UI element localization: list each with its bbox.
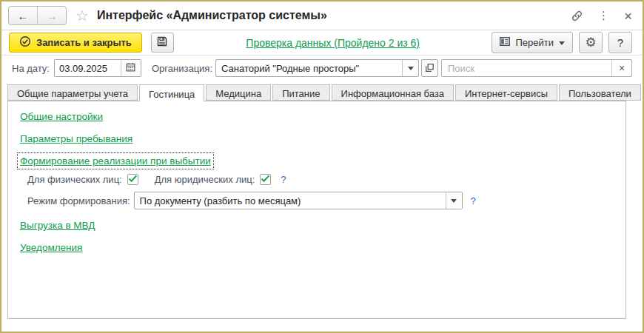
- checkbox-help-link[interactable]: ?: [281, 174, 286, 185]
- organization-combo[interactable]: Санаторий "Родные просторы": [215, 59, 419, 77]
- page-title: Интерфейс «Администратор системы»: [97, 9, 327, 22]
- more-menu-icon[interactable]: ⋮: [598, 9, 609, 22]
- link-realization-on-departure[interactable]: Формирование реализации при выбытии: [20, 155, 211, 166]
- link-mvd-export[interactable]: Выгрузка в МВД: [20, 220, 95, 231]
- link-stay-parameters[interactable]: Параметры пребывания: [20, 133, 133, 144]
- date-label: На дату:: [12, 63, 50, 74]
- command-bar: Записать и закрыть Проверка данных (Прой…: [1, 30, 643, 56]
- floppy-disk-icon: [156, 36, 168, 50]
- help-button[interactable]: ?: [608, 32, 632, 53]
- checkbox-legal-entities[interactable]: [260, 174, 271, 185]
- save-and-close-label: Записать и закрыть: [36, 37, 132, 48]
- help-button-label: ?: [617, 36, 623, 49]
- goto-button[interactable]: Перейти: [492, 32, 573, 53]
- back-button[interactable]: ←: [9, 7, 37, 24]
- tab-users[interactable]: Пользователи: [559, 84, 641, 101]
- tab-infobase[interactable]: Информационная база: [332, 84, 454, 101]
- calendar-icon: [126, 62, 135, 74]
- command-bar-right: Перейти ⚙ ?: [492, 32, 632, 53]
- search-field: ×: [441, 59, 632, 77]
- tab-page-hotel: Общие настройки Параметры пребывания Фор…: [7, 101, 626, 319]
- organization-value: Санаторий "Родные просторы": [216, 60, 402, 76]
- organization-dropdown-button[interactable]: [402, 60, 418, 76]
- search-input[interactable]: [442, 60, 611, 76]
- check-circle-icon: [19, 36, 31, 50]
- legal-entities-label: Для юридических лиц:: [155, 174, 255, 185]
- search-clear-button[interactable]: ×: [611, 60, 631, 76]
- chevron-down-icon: [408, 67, 414, 73]
- titlebar-actions: ⋮ ×: [571, 9, 632, 23]
- tab-medicine[interactable]: Медицина: [206, 84, 271, 101]
- organization-label: Организация:: [152, 63, 212, 74]
- save-and-close-button[interactable]: Записать и закрыть: [9, 33, 142, 53]
- tab-strip: Общие параметры учета Гостиница Медицина…: [1, 84, 643, 101]
- close-icon[interactable]: ×: [624, 9, 632, 23]
- checkbox-individuals[interactable]: [127, 174, 138, 185]
- mode-dropdown-button[interactable]: [446, 192, 462, 209]
- form-panel-icon: [500, 37, 510, 48]
- goto-label: Перейти: [515, 37, 554, 48]
- date-field: [54, 59, 141, 77]
- get-link-icon[interactable]: [571, 10, 583, 22]
- tab-food[interactable]: Питание: [272, 84, 329, 101]
- tab-general-accounting[interactable]: Общие параметры учета: [7, 84, 138, 101]
- mode-select[interactable]: По документу (разбить по месяцам): [134, 192, 463, 209]
- link-notifications[interactable]: Уведомления: [20, 242, 82, 253]
- filter-bar: На дату: Организация: Санаторий "Родные …: [1, 56, 643, 81]
- forward-button[interactable]: →: [37, 7, 66, 24]
- mode-value: По документу (разбить по месяцам): [135, 192, 446, 209]
- calendar-button[interactable]: [121, 60, 141, 76]
- nav-button-group: ← →: [8, 6, 67, 25]
- save-button[interactable]: [151, 33, 174, 53]
- mode-help-link[interactable]: ?: [471, 195, 476, 206]
- settings-button[interactable]: ⚙: [579, 32, 603, 53]
- link-general-settings[interactable]: Общие настройки: [20, 111, 103, 122]
- tab-hotel[interactable]: Гостиница: [139, 84, 204, 101]
- checkmark-icon: [128, 174, 138, 185]
- gear-icon: ⚙: [585, 36, 596, 49]
- title-bar: ← → ☆ Интерфейс «Администратор системы» …: [1, 1, 643, 30]
- app-window: ← → ☆ Интерфейс «Администратор системы» …: [0, 0, 644, 333]
- individuals-label: Для физических лиц:: [27, 174, 122, 185]
- tab-internet-services[interactable]: Интернет-сервисы: [455, 84, 557, 101]
- mode-row: Режим формирования: По документу (разбит…: [27, 192, 614, 209]
- data-check-link[interactable]: Проверка данных (Пройдено 2 из 6): [246, 37, 420, 49]
- open-in-window-icon: [426, 63, 434, 74]
- checkmark-icon: [261, 174, 270, 185]
- organization-open-button[interactable]: [421, 59, 438, 77]
- chevron-down-icon: [451, 199, 457, 206]
- date-input[interactable]: [55, 60, 121, 76]
- favorites-star-icon[interactable]: ☆: [76, 8, 89, 23]
- chevron-down-icon: [559, 41, 565, 48]
- mode-label: Режим формирования:: [27, 195, 130, 206]
- checkbox-row: Для физических лиц: Для юридических лиц:…: [27, 174, 614, 185]
